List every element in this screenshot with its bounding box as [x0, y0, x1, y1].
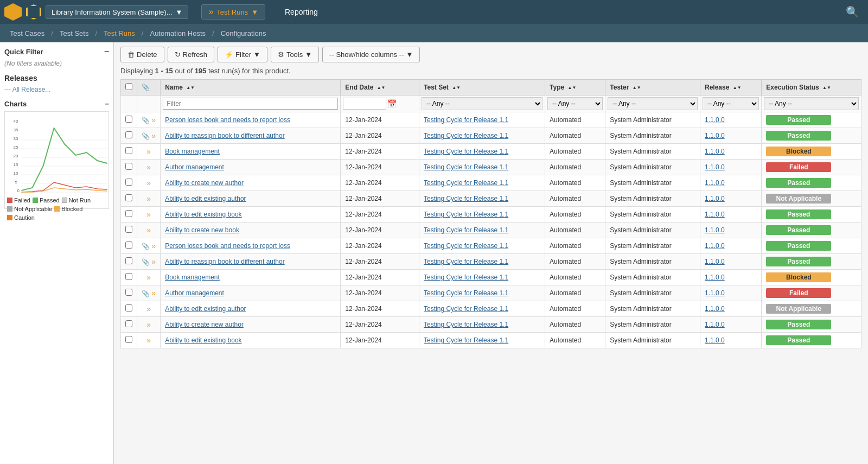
row-release-link[interactable]: 1.1.0.0 — [705, 132, 725, 139]
header-release[interactable]: Release ▲▼ — [700, 80, 762, 96]
select-all-checkbox[interactable] — [125, 83, 132, 90]
row-test-set-link[interactable]: Testing Cycle for Release 1.1 — [424, 305, 508, 313]
tools-button[interactable]: ⚙ Tools ▼ — [271, 47, 319, 62]
row-test-set-link[interactable]: Testing Cycle for Release 1.1 — [424, 195, 508, 202]
row-checkbox-0[interactable] — [125, 116, 132, 123]
row-release-link[interactable]: 1.1.0.0 — [705, 148, 725, 155]
row-name-link[interactable]: Ability to edit existing book — [165, 211, 241, 218]
row-test-set-link[interactable]: Testing Cycle for Release 1.1 — [424, 163, 508, 171]
row-name-link[interactable]: Ability to create new author — [165, 179, 244, 187]
row-release-link[interactable]: 1.1.0.0 — [705, 163, 725, 171]
row-test-set-link[interactable]: Testing Cycle for Release 1.1 — [424, 116, 508, 124]
row-name-link[interactable]: Ability to edit existing author — [165, 305, 246, 313]
row-icons-col: 📎 » — [137, 254, 161, 270]
table-row: 📎 » Author management 12-Jan-2024 Testin… — [121, 285, 861, 301]
name-filter-input[interactable] — [163, 98, 338, 110]
row-checkbox-10[interactable] — [125, 273, 132, 280]
release-filter-select[interactable]: -- Any -- — [703, 97, 759, 110]
row-name-link[interactable]: Author management — [165, 163, 224, 171]
row-checkbox-5[interactable] — [125, 194, 132, 201]
row-release-link[interactable]: 1.1.0.0 — [705, 289, 725, 297]
row-release-link[interactable]: 1.1.0.0 — [705, 211, 725, 218]
row-name-link[interactable]: Person loses book and needs to report lo… — [165, 242, 290, 250]
row-release-link[interactable]: 1.1.0.0 — [705, 242, 725, 250]
row-checkbox-3[interactable] — [125, 163, 132, 170]
row-name-link[interactable]: Ability to create new author — [165, 321, 244, 328]
filter-button[interactable]: ⚡ Filter ▼ — [218, 47, 267, 62]
row-release-link[interactable]: 1.1.0.0 — [705, 305, 725, 313]
sub-nav-test-sets[interactable]: Test Sets — [56, 29, 92, 37]
charts-collapse-button[interactable]: − — [105, 100, 109, 108]
header-end-date[interactable]: End Date ▲▼ — [341, 80, 419, 96]
row-checkbox-7[interactable] — [125, 226, 132, 233]
row-release-link[interactable]: 1.1.0.0 — [705, 226, 725, 234]
row-test-set-link[interactable]: Testing Cycle for Release 1.1 — [424, 132, 508, 139]
row-checkbox-1[interactable] — [125, 131, 132, 138]
row-test-set-link[interactable]: Testing Cycle for Release 1.1 — [424, 274, 508, 281]
quick-filter-collapse-button[interactable]: − — [104, 47, 109, 56]
row-checkbox-11[interactable] — [125, 289, 132, 296]
header-checkbox[interactable] — [121, 80, 137, 96]
row-name-link[interactable]: Ability to edit existing author — [165, 195, 246, 202]
header-tester[interactable]: Tester ▲▼ — [605, 80, 700, 96]
tester-filter-select[interactable]: -- Any -- — [608, 97, 698, 110]
header-type[interactable]: Type ▲▼ — [545, 80, 605, 96]
project-selector[interactable]: Library Information System (Sample)... ▼ — [46, 5, 188, 19]
row-test-set-col: Testing Cycle for Release 1.1 — [419, 254, 545, 270]
test-set-filter-select[interactable]: -- Any -- — [422, 97, 542, 110]
row-checkbox-9[interactable] — [125, 257, 132, 264]
row-release-link[interactable]: 1.1.0.0 — [705, 336, 725, 344]
delete-button[interactable]: 🗑 Delete — [120, 47, 164, 62]
reporting-button[interactable]: Reporting — [274, 5, 329, 18]
row-test-set-link[interactable]: Testing Cycle for Release 1.1 — [424, 242, 508, 250]
header-execution-status[interactable]: Execution Status ▲▼ — [762, 80, 861, 96]
row-icons-col: » — [137, 301, 161, 317]
row-name-link[interactable]: Ability to reassign book to different au… — [165, 132, 285, 139]
row-checkbox-8[interactable] — [125, 241, 132, 249]
sub-nav-test-cases[interactable]: Test Cases — [7, 29, 48, 37]
row-checkbox-2[interactable] — [125, 147, 132, 154]
show-hide-columns-button[interactable]: -- Show/hide columns -- ▼ — [322, 47, 420, 62]
sub-nav-automation-hosts[interactable]: Automation Hosts — [146, 29, 209, 37]
row-name-link[interactable]: Person loses book and needs to report lo… — [165, 116, 290, 124]
status-filter-select[interactable]: -- Any -- — [764, 97, 859, 110]
row-test-set-link[interactable]: Testing Cycle for Release 1.1 — [424, 336, 508, 344]
row-checkbox-12[interactable] — [125, 304, 132, 312]
row-checkbox-14[interactable] — [125, 336, 132, 343]
calendar-icon[interactable]: 📅 — [387, 99, 397, 108]
row-release-link[interactable]: 1.1.0.0 — [705, 179, 725, 187]
date-filter-input[interactable] — [343, 98, 386, 110]
row-checkbox-13[interactable] — [125, 320, 132, 327]
row-release-link[interactable]: 1.1.0.0 — [705, 274, 725, 281]
row-checkbox-6[interactable] — [125, 210, 132, 217]
row-name-link[interactable]: Book management — [165, 148, 220, 155]
sub-nav-test-runs[interactable]: Test Runs — [100, 29, 138, 37]
row-name-link[interactable]: Ability to edit existing book — [165, 336, 241, 344]
row-release-link[interactable]: 1.1.0.0 — [705, 195, 725, 202]
row-test-set-link[interactable]: Testing Cycle for Release 1.1 — [424, 148, 508, 155]
row-checkbox-4[interactable] — [125, 179, 132, 186]
row-release-link[interactable]: 1.1.0.0 — [705, 258, 725, 265]
test-runs-button[interactable]: » Test Runs ▼ — [201, 4, 265, 20]
row-test-set-link[interactable]: Testing Cycle for Release 1.1 — [424, 179, 508, 187]
row-test-set-link[interactable]: Testing Cycle for Release 1.1 — [424, 226, 508, 234]
row-name-link[interactable]: Ability to reassign book to different au… — [165, 258, 285, 265]
refresh-icon: ↻ — [175, 50, 181, 59]
row-release-link[interactable]: 1.1.0.0 — [705, 321, 725, 328]
row-release-link[interactable]: 1.1.0.0 — [705, 116, 725, 124]
row-name-link[interactable]: Ability to create new book — [165, 226, 239, 234]
row-test-set-link[interactable]: Testing Cycle for Release 1.1 — [424, 289, 508, 297]
row-name-link[interactable]: Book management — [165, 274, 220, 281]
filter-icon: ⚡ — [225, 50, 233, 59]
row-test-set-link[interactable]: Testing Cycle for Release 1.1 — [424, 211, 508, 218]
search-button[interactable]: 🔍 — [841, 5, 864, 18]
sub-nav-configurations[interactable]: Configurations — [218, 29, 270, 37]
refresh-button[interactable]: ↻ Refresh — [168, 47, 215, 62]
all-release-item[interactable]: --- All Release... — [4, 86, 109, 93]
row-test-set-link[interactable]: Testing Cycle for Release 1.1 — [424, 258, 508, 265]
header-name[interactable]: Name ▲▼ — [161, 80, 341, 96]
header-test-set[interactable]: Test Set ▲▼ — [419, 80, 545, 96]
row-name-link[interactable]: Author management — [165, 289, 224, 297]
row-test-set-link[interactable]: Testing Cycle for Release 1.1 — [424, 321, 508, 328]
type-filter-select[interactable]: -- Any -- — [547, 97, 603, 110]
